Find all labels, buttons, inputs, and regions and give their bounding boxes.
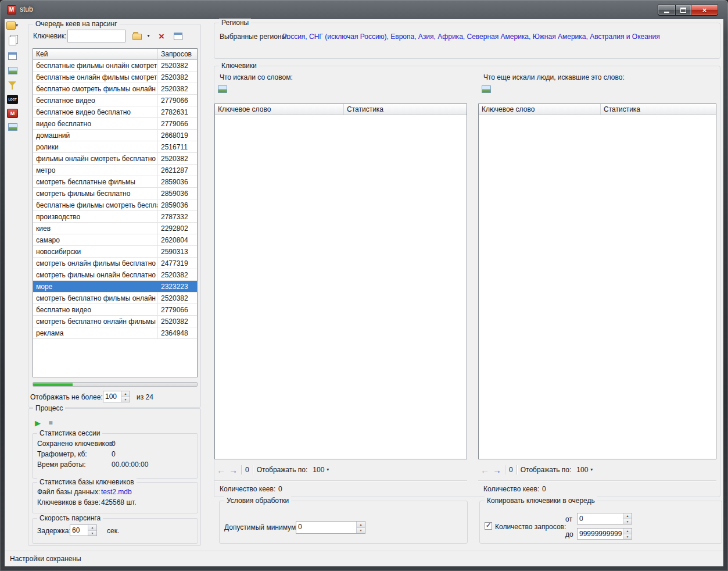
spin-buttons: ▲▼	[623, 529, 632, 539]
keyword-input[interactable]	[67, 30, 125, 42]
delay-value: 60	[70, 525, 88, 536]
prev-page-icon[interactable]: ←	[217, 466, 225, 474]
queue-table-row[interactable]: смотреть фильмы бесплатно 2859036	[33, 188, 197, 199]
queue-table-row[interactable]: бесплатные онлайн фильмы смотреть 252038…	[33, 72, 197, 83]
picture-button[interactable]	[8, 123, 17, 131]
work-time-value: 00.00:00:00	[112, 461, 148, 469]
column-header-key[interactable]: Кей	[33, 49, 158, 59]
queue-table-row[interactable]: смотреть бесплатные фильмы 2859036	[33, 176, 197, 188]
queue-table-row[interactable]: киев 2292802	[33, 223, 197, 234]
cell-key: киев	[33, 223, 158, 234]
start-button[interactable]: ▶	[32, 417, 44, 429]
copy-icon	[9, 37, 16, 45]
queue-table-row[interactable]: видео бесплатно 2779066	[33, 118, 197, 130]
session-stats-group: Статистика сессии Сохранено ключевиков: …	[32, 433, 198, 479]
key-menu-button[interactable]: ▾	[6, 22, 18, 30]
spin-up-icon[interactable]: ▲	[623, 529, 632, 534]
delete-x-icon: ×	[159, 31, 164, 41]
queue-table-row[interactable]: смотреть фильмы онлайн бесплатно 2520382	[33, 269, 197, 281]
properties-button[interactable]	[171, 30, 184, 42]
export-button[interactable]	[8, 52, 17, 60]
cell-key: реклама	[33, 327, 158, 338]
column-header-stat[interactable]: Статистика	[601, 104, 716, 115]
queue-table: Кей Запросов бесплатные фильмы онлайн см…	[33, 48, 198, 377]
from-spinner[interactable]: 0 ▲▼	[577, 513, 632, 524]
left-per-page-value: 100	[313, 466, 324, 474]
queue-table-row[interactable]: фильмы онлайн смотреть бесплатно 2520382	[33, 153, 197, 165]
delay-spinner[interactable]: 60 ▲▼	[70, 524, 97, 536]
left-image-button[interactable]	[216, 84, 229, 94]
query-count-checkbox[interactable]	[485, 522, 492, 530]
copy-button[interactable]	[9, 37, 16, 45]
queue-table-row[interactable]: домашний 2668019	[33, 130, 197, 141]
prev-page-icon[interactable]: ←	[480, 466, 489, 474]
image-icon	[482, 85, 491, 93]
left-count-label: Количество кеев:	[220, 485, 275, 493]
cell-count: 2477319	[158, 258, 197, 269]
queue-table-row[interactable]: море 2323223	[33, 281, 197, 292]
spin-down-icon[interactable]: ▼	[623, 534, 632, 540]
spin-down-icon[interactable]: ▼	[623, 519, 632, 524]
queue-table-header: Кей Запросов	[33, 49, 197, 60]
magadan-button[interactable]: M	[7, 109, 18, 118]
from-value: 0	[578, 513, 623, 524]
spin-down-icon[interactable]: ▼	[121, 397, 130, 402]
queue-group-title: Очередь кеев на парсинг	[33, 20, 120, 28]
progress-fill	[33, 383, 73, 386]
queue-table-row[interactable]: метро 2621287	[33, 165, 197, 176]
status-bar: Настройки сохранены	[5, 551, 723, 566]
conditions-group: Условия обработки Допустимый минимум: 0 …	[219, 501, 468, 544]
spin-up-icon[interactable]: ▲	[357, 522, 365, 528]
spin-up-icon[interactable]: ▲	[88, 525, 96, 531]
delete-button[interactable]: ×	[155, 30, 168, 42]
to-spinner[interactable]: 99999999999 ▲▼	[577, 528, 632, 540]
queue-table-row[interactable]: бесплатно смотреть фильмы онлайн 2520382	[33, 83, 197, 95]
column-header-count[interactable]: Запросов	[158, 49, 197, 59]
db-file-link[interactable]: test2.mdb	[101, 488, 132, 496]
selected-regions-value[interactable]: Россия, СНГ (исключая Россию), Европа, А…	[282, 33, 660, 41]
image-button[interactable]	[8, 67, 17, 74]
close-button[interactable]: ×	[691, 5, 718, 16]
spin-down-icon[interactable]: ▼	[357, 528, 365, 534]
queue-table-row[interactable]: самаро 2620804	[33, 234, 197, 246]
filter-funnel-icon	[8, 81, 16, 86]
min-allowed-spinner[interactable]: 0 ▲▼	[296, 521, 365, 534]
queue-table-row[interactable]: бесплатное видео бесплатно 2782631	[33, 106, 197, 118]
maximize-button[interactable]	[675, 5, 691, 16]
queue-table-row[interactable]: производство 2787332	[33, 211, 197, 223]
minimize-button[interactable]	[658, 5, 675, 16]
queue-table-row[interactable]: бесплатно видео 2779066	[33, 304, 197, 316]
queue-table-row[interactable]: бесплатные фильмы смотреть беспла... 285…	[33, 199, 197, 211]
queue-table-row[interactable]: бесплатные фильмы онлайн смотреть... 252…	[33, 60, 197, 72]
left-per-page-select[interactable]: 100 ▾	[311, 465, 331, 474]
open-file-button[interactable]	[130, 30, 145, 42]
filter-button[interactable]	[8, 81, 16, 86]
next-page-icon[interactable]: →	[493, 466, 501, 474]
column-header-stat[interactable]: Статистика	[344, 104, 467, 115]
column-header-keyword[interactable]: Ключевое слово	[215, 104, 344, 115]
magadan-icon: M	[7, 109, 18, 118]
chevron-down-icon: ▾	[590, 467, 593, 472]
right-image-button[interactable]	[480, 84, 493, 94]
spin-up-icon[interactable]: ▲	[623, 513, 632, 519]
queue-table-row[interactable]: реклама 2364948	[33, 327, 197, 339]
db-count-label: Ключевиков в базе:	[37, 498, 101, 506]
to-value: 99999999999	[578, 529, 623, 539]
stop-button[interactable]: ■	[45, 417, 56, 429]
right-panel-caption: Что еще искали люди, искавшие это слово:	[483, 73, 625, 81]
queue-table-row[interactable]: ролики 2516711	[33, 141, 197, 153]
queue-table-row[interactable]: смотреть бесплатно онлайн фильмы 2520382	[33, 316, 197, 327]
queue-table-row[interactable]: новосибирски 2590313	[33, 246, 197, 258]
display-limit-spinner[interactable]: 100 ▲▼	[103, 391, 130, 402]
right-per-page-select[interactable]: 100 ▾	[575, 465, 594, 474]
queue-table-row[interactable]: смотреть бесплатно фильмы онлайн 2520382	[33, 292, 197, 304]
queue-table-row[interactable]: бесплатное видео 2779066	[33, 95, 197, 106]
spin-up-icon[interactable]: ▲	[121, 391, 130, 397]
queue-table-row[interactable]: смотреть онлайн фильмы бесплатно 2477319	[33, 258, 197, 269]
titlebar[interactable]: M stub ×	[0, 0, 728, 19]
next-page-icon[interactable]: →	[229, 466, 238, 474]
spin-down-icon[interactable]: ▼	[88, 531, 96, 536]
open-file-dropdown[interactable]: ▾	[145, 30, 152, 42]
column-header-keyword[interactable]: Ключевое слово	[479, 104, 601, 115]
log-button[interactable]: LOGT	[7, 95, 18, 104]
